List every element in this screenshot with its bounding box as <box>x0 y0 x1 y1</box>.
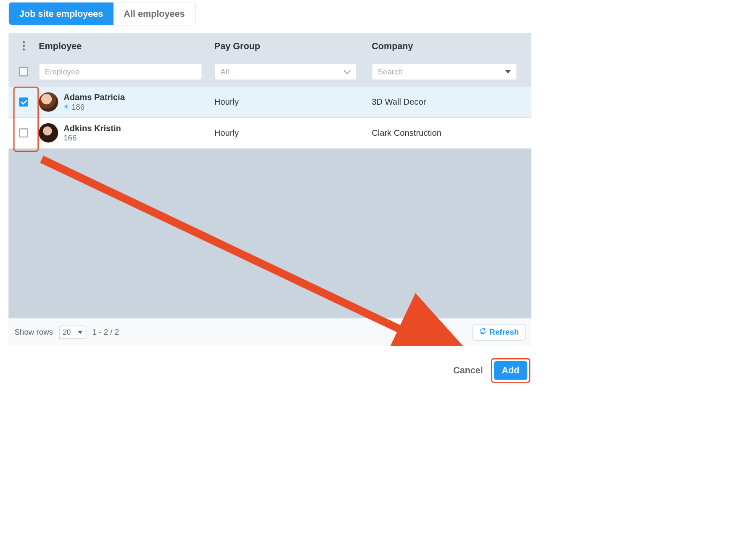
cancel-button[interactable]: Cancel <box>453 365 483 375</box>
caret-down-icon <box>505 70 511 74</box>
caret-down-icon <box>78 331 83 334</box>
employee-name: Adams Patricia <box>63 92 125 102</box>
refresh-button[interactable]: Refresh <box>473 324 526 341</box>
column-header-employee[interactable]: Employee <box>39 41 214 51</box>
chevron-down-icon <box>344 67 351 76</box>
table-row[interactable]: Adkins Kristin 166 Hourly Clark Construc… <box>8 118 531 148</box>
annotation-highlight-box: Add <box>491 358 531 383</box>
column-header-company[interactable]: Company <box>372 41 531 51</box>
table-empty-area <box>8 149 531 318</box>
column-header-pay-group[interactable]: Pay Group <box>214 41 372 51</box>
pay-group-filter-select[interactable]: All <box>214 63 357 80</box>
star-icon: ✶ <box>63 103 69 111</box>
tab-all-employees[interactable]: All employees <box>114 3 195 25</box>
table-row[interactable]: Adams Patricia ✶ 186 Hourly 3D Wall Deco… <box>8 87 531 118</box>
refresh-label: Refresh <box>489 328 519 337</box>
employee-name: Adkins Kristin <box>63 123 121 133</box>
avatar <box>39 92 58 112</box>
dialog-actions: Cancel Add <box>8 346 531 383</box>
employee-id: 166 <box>63 133 77 142</box>
employee-filter-input[interactable] <box>39 63 202 80</box>
rows-per-page-value: 20 <box>63 328 71 336</box>
rows-per-page-select[interactable]: 20 <box>59 325 87 339</box>
select-all-checkbox[interactable] <box>19 67 28 77</box>
company-filter-select[interactable]: Search <box>372 63 517 80</box>
employee-scope-tabs: Job site employees All employees <box>8 2 195 25</box>
pay-group-filter-value: All <box>220 67 229 76</box>
employee-id: 186 <box>71 102 85 111</box>
company-value: 3D Wall Decor <box>372 97 531 107</box>
avatar <box>39 123 58 143</box>
table-filter-row: All Search <box>8 59 531 87</box>
pagination-range: 1 - 2 / 2 <box>92 328 119 337</box>
company-value: Clark Construction <box>372 128 531 138</box>
row-checkbox[interactable] <box>19 98 28 107</box>
row-checkbox[interactable] <box>19 128 28 137</box>
table-footer: Show rows 20 1 - 2 / 2 Refresh <box>8 318 531 346</box>
add-button[interactable]: Add <box>494 361 527 380</box>
show-rows-label: Show rows <box>15 328 53 337</box>
tab-job-site-employees[interactable]: Job site employees <box>9 3 114 25</box>
company-filter-value: Search <box>378 67 403 76</box>
refresh-icon <box>479 328 486 337</box>
kebab-menu-icon[interactable] <box>21 40 26 53</box>
table-header-row: Employee Pay Group Company <box>8 33 531 59</box>
pay-group-value: Hourly <box>214 97 372 107</box>
pay-group-value: Hourly <box>214 128 372 138</box>
